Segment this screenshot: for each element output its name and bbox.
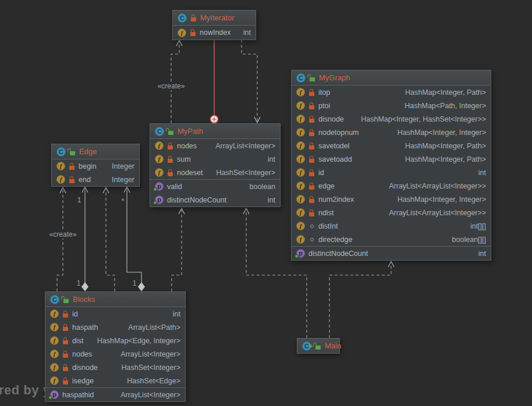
member-row[interactable]: ndist ArrayList<ArrayList<Integer>> — [292, 206, 491, 219]
member-row[interactable]: nodetopnum HashMap<Integer, Integer> — [292, 126, 491, 139]
member-type: ArrayList<ArrayList<Integer>> — [381, 182, 486, 190]
member-row[interactable]: ptoi HashMap<Path, Integer> — [292, 99, 491, 112]
class-box-edge[interactable]: Edge begin Integer end Integer — [51, 144, 140, 187]
private-lock-icon — [308, 129, 315, 136]
class-header[interactable]: MyPath — [150, 124, 280, 139]
class-header[interactable]: MyGraph — [292, 70, 491, 86]
edge-dependency-blocks-to-mypath[interactable] — [172, 209, 182, 291]
edge-aggregation-blocks-edge-2[interactable] — [127, 187, 141, 283]
member-row[interactable]: savetodel HashMap<Integer, Path> — [292, 139, 491, 152]
member-row[interactable]: end Integer — [52, 173, 139, 186]
diagram-canvas[interactable]: red by yF — [0, 0, 532, 406]
private-lock-icon — [69, 163, 75, 170]
member-row[interactable]: distInt int[][] — [292, 219, 491, 233]
private-lock-icon — [308, 143, 315, 149]
class-icon — [56, 147, 66, 156]
class-title: Main — [325, 341, 341, 350]
member-row[interactable]: nodes ArrayList<Integer> — [45, 347, 185, 361]
member-type: ArrayList<Path> — [120, 323, 180, 332]
member-type: int — [470, 250, 486, 258]
private-lock-icon — [62, 311, 69, 318]
class-box-mygraph[interactable]: MyGraph itop HashMap<Integer, Path> ptoi… — [291, 70, 491, 261]
member-name: savetoadd — [318, 155, 352, 163]
member-type: Integer — [104, 176, 134, 184]
member-row[interactable]: num2index HashMap<Integer, Integer> — [292, 193, 491, 206]
member-type: HashMap<Path, Integer> — [396, 102, 486, 110]
class-box-blocks[interactable]: Blocks id int haspath ArrayList<Path> di… — [45, 291, 186, 402]
class-box-mypath[interactable]: MyPath nodes ArrayList<Integer> sum int … — [150, 123, 281, 207]
member-name: distinctNodeCount — [167, 196, 226, 204]
member-name: id — [72, 310, 78, 318]
member-row[interactable]: disnode HashMap<Integer, HashSet<Integer… — [292, 112, 491, 126]
member-row[interactable]: nowIndex int — [173, 26, 256, 40]
member-type: boolean[][] — [444, 236, 486, 244]
class-header[interactable]: Main — [297, 339, 339, 353]
member-row[interactable]: nodes ArrayList<Integer> — [150, 139, 280, 152]
member-row[interactable]: id int — [292, 166, 491, 179]
field-icon — [296, 195, 305, 204]
member-type: int — [470, 169, 486, 177]
edge-create-blocks-to-edge[interactable] — [57, 188, 63, 291]
member-name: begin — [79, 162, 97, 170]
class-box-myiterator[interactable]: MyIterator nowIndex int — [172, 10, 256, 40]
private-lock-icon — [69, 176, 75, 183]
multiplicity-label: 1 — [132, 279, 137, 287]
field-icon — [50, 336, 59, 345]
member-row[interactable]: directedge boolean[][] — [292, 233, 491, 246]
field-icon — [296, 181, 305, 190]
class-icon — [50, 295, 59, 304]
member-name: num2index — [318, 195, 354, 204]
edge-dependency-main-to-mygraph[interactable] — [329, 262, 391, 338]
member-name: sum — [177, 155, 191, 163]
member-row[interactable]: distinctNodeCount int — [292, 246, 491, 260]
private-lock-icon — [62, 364, 69, 371]
public-unlock-icon — [63, 296, 69, 303]
member-row[interactable]: distinctNodeCount int — [150, 193, 280, 206]
edge-innerclass-myiterator-mypath[interactable] — [211, 40, 218, 123]
member-row[interactable]: isedge HashSet<Edge> — [45, 374, 185, 387]
class-header[interactable]: MyIterator — [173, 10, 256, 26]
class-title: MyGraph — [319, 73, 350, 82]
member-name: itop — [318, 88, 330, 97]
member-row[interactable]: edge ArrayList<ArrayList<Integer>> — [292, 179, 491, 193]
class-header[interactable]: Edge — [52, 144, 139, 159]
field-icon — [296, 168, 305, 177]
member-type: ArrayList<Integer> — [112, 350, 180, 358]
member-type: HashSet<Integer> — [208, 169, 275, 177]
member-name: haspath — [72, 323, 98, 332]
member-name: end — [79, 176, 91, 184]
edge-dependency-blocks-to-edge[interactable] — [106, 188, 115, 291]
member-row[interactable]: haspathid ArrayList<Integer> — [45, 387, 185, 401]
member-name: nowIndex — [200, 29, 231, 37]
multiplicity-label: 1 — [76, 279, 81, 287]
member-row[interactable]: dist HashMap<Edge, Integer> — [45, 334, 185, 347]
member-name: haspathid — [62, 391, 94, 399]
member-type: ArrayList<ArrayList<Integer>> — [381, 209, 486, 217]
class-header[interactable]: Blocks — [45, 292, 185, 307]
private-lock-icon — [167, 156, 173, 163]
member-row[interactable]: savetoadd HashMap<Integer, Path> — [292, 152, 491, 166]
member-type: HashMap<Integer, Path> — [397, 88, 486, 97]
class-box-main[interactable]: Main — [297, 338, 340, 354]
field-icon — [50, 376, 59, 385]
member-row[interactable]: nodeset HashSet<Integer> — [150, 166, 280, 179]
member-row[interactable]: disnode HashSet<Integer> — [45, 361, 185, 374]
member-name: id — [318, 169, 324, 177]
member-type: HashMap<Integer, Integer> — [389, 129, 486, 137]
member-type: Integer — [104, 162, 134, 170]
class-icon — [155, 127, 164, 136]
member-name: nodetopnum — [318, 129, 359, 137]
field-icon — [296, 141, 305, 150]
member-row[interactable]: itop HashMap<Integer, Path> — [292, 86, 491, 99]
member-row[interactable]: sum int — [150, 152, 280, 166]
private-lock-icon — [62, 337, 69, 344]
member-type: ArrayList<Integer> — [112, 391, 180, 399]
member-type: HashMap<Integer, Path> — [397, 142, 486, 150]
member-row[interactable]: valid boolean — [150, 179, 280, 193]
multiplicity-label: 1 — [77, 196, 82, 204]
edge-dependency-myiterator-to-mypath[interactable] — [242, 40, 257, 122]
member-row[interactable]: id int — [45, 307, 185, 320]
member-type: HashMap<Integer, Path> — [397, 155, 486, 163]
member-row[interactable]: haspath ArrayList<Path> — [45, 320, 185, 334]
member-row[interactable]: begin Integer — [52, 159, 139, 173]
